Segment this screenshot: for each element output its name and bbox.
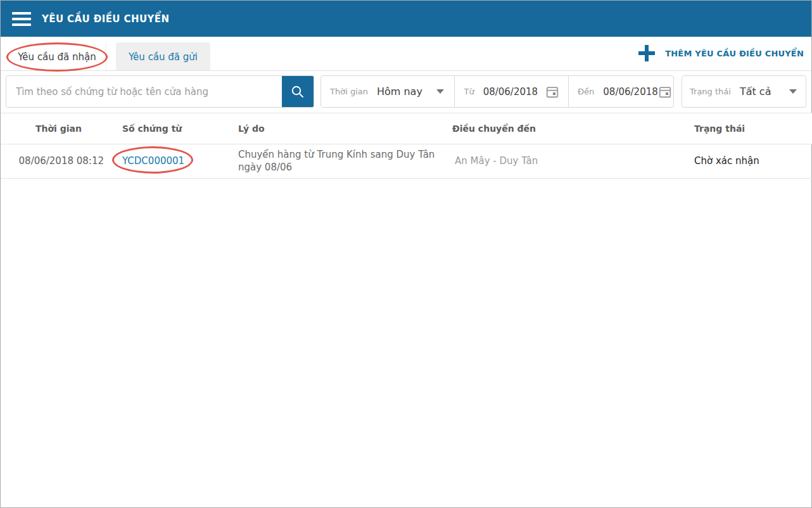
status-filter-label: Trạng thái bbox=[690, 87, 731, 96]
calendar-icon[interactable] bbox=[545, 85, 559, 99]
search-input[interactable] bbox=[6, 76, 282, 107]
date-from-field[interactable]: Từ 08/06/2018 bbox=[455, 76, 568, 107]
time-range-dropdown[interactable]: Thời gian Hôm nay bbox=[321, 76, 454, 107]
date-filter-group: Thời gian Hôm nay Từ 08/06/2018 Đến 08/0… bbox=[320, 75, 674, 108]
search-icon bbox=[290, 84, 305, 99]
status-dropdown[interactable]: Trạng thái Tất cả bbox=[682, 75, 806, 108]
column-header-status: Trạng thái bbox=[688, 113, 812, 144]
menu-icon[interactable] bbox=[12, 12, 31, 26]
tab-received[interactable]: Yêu cầu đã nhận bbox=[8, 42, 106, 71]
table-header-row: Thời gian Số chứng từ Lý do Điều chuyển … bbox=[1, 113, 812, 144]
cell-doc-no: YCDC000001 bbox=[108, 144, 229, 179]
date-to-field[interactable]: Đến 08/06/2018 bbox=[569, 76, 673, 107]
page-title: YÊU CẦU ĐIỀU CHUYỂN bbox=[42, 13, 169, 25]
add-transfer-request-button[interactable]: THÊM YÊU CẦU ĐIỀU CHUYỂN bbox=[638, 44, 804, 63]
tab-sent[interactable]: Yêu cầu đã gửi bbox=[116, 42, 210, 71]
chevron-down-icon bbox=[789, 89, 797, 94]
date-to-label: Đến bbox=[578, 87, 594, 96]
cell-reason: Chuyển hàng từ Trung Kính sang Duy Tân n… bbox=[229, 144, 448, 179]
transfer-request-table: Thời gian Số chứng từ Lý do Điều chuyển … bbox=[1, 113, 812, 179]
status-filter-value: Tất cả bbox=[740, 86, 771, 98]
calendar-icon[interactable] bbox=[658, 85, 672, 99]
app-header: YÊU CẦU ĐIỀU CHUYỂN bbox=[1, 1, 811, 37]
column-header-reason: Lý do bbox=[229, 113, 448, 144]
document-number-link[interactable]: YCDC000001 bbox=[122, 155, 184, 167]
search-button[interactable] bbox=[282, 76, 314, 107]
date-from-value: 08/06/2018 bbox=[483, 86, 538, 98]
tabs-divider bbox=[1, 70, 811, 71]
page: YÊU CẦU ĐIỀU CHUYỂN Yêu cầu đã nhận Yêu … bbox=[0, 0, 812, 508]
time-range-value: Hôm nay bbox=[377, 86, 422, 98]
cell-destination: An Mây - Duy Tân bbox=[448, 144, 688, 179]
add-button-label: THÊM YÊU CẦU ĐIỀU CHUYỂN bbox=[665, 49, 804, 58]
column-header-time: Thời gian bbox=[1, 113, 108, 144]
search-bar bbox=[6, 75, 314, 108]
time-range-label: Thời gian bbox=[330, 87, 368, 96]
chevron-down-icon bbox=[436, 89, 444, 94]
table-row[interactable]: 08/06/2018 08:12 YCDC000001 Chuyển hàng … bbox=[1, 144, 812, 179]
plus-icon bbox=[638, 45, 655, 61]
column-header-doc-no: Số chứng từ bbox=[108, 113, 229, 144]
date-to-value: 08/06/2018 bbox=[603, 86, 657, 98]
column-header-destination: Điều chuyển đến bbox=[448, 113, 688, 144]
cell-status: Chờ xác nhận bbox=[688, 144, 812, 179]
date-from-label: Từ bbox=[464, 87, 474, 96]
cell-time: 08/06/2018 08:12 bbox=[1, 144, 108, 179]
